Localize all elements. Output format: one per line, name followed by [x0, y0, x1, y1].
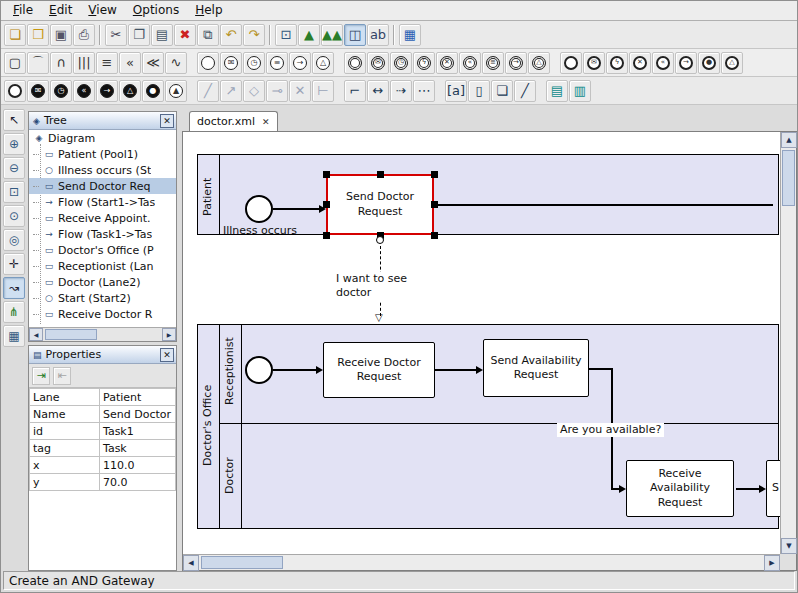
intermediate-multiple-tool[interactable]: △: [528, 52, 550, 74]
sequence-flow[interactable]: [435, 369, 476, 371]
start-message-tool[interactable]: ✉: [220, 52, 242, 74]
print-button[interactable]: ⎙: [73, 24, 95, 46]
undo-button[interactable]: ↶: [220, 24, 242, 46]
tree-item[interactable]: ▭ Patient (Pool1): [29, 146, 176, 162]
end-terminate-tool[interactable]: ●: [698, 52, 720, 74]
end-link-tool[interactable]: →: [675, 52, 697, 74]
association-edge-tool[interactable]: ↔: [367, 80, 389, 102]
tree-item[interactable]: ▭ Send Doctor Req: [29, 178, 176, 194]
elbow-edge-tool[interactable]: ⌐: [344, 80, 366, 102]
scroll-left-icon[interactable]: ◀: [183, 555, 199, 571]
find-tool[interactable]: ◎: [3, 229, 25, 251]
diagram-canvas[interactable]: Patient Illness occurs Send Doctor Reque…: [183, 132, 780, 554]
layout-auto-button[interactable]: ◫: [344, 24, 366, 46]
selection-handle[interactable]: [431, 201, 438, 208]
pool-arc-tool[interactable]: ⌒: [27, 52, 49, 74]
label-edit-button[interactable]: ab: [367, 24, 389, 46]
selection-handle[interactable]: [377, 171, 384, 178]
task-tool[interactable]: ▢: [4, 52, 26, 74]
tree-item[interactable]: ▭ Receive Appoint.: [29, 210, 176, 226]
canvas-horizontal-scrollbar[interactable]: ◀ ▶: [183, 554, 780, 570]
redo-button[interactable]: ↷: [243, 24, 265, 46]
selection-handle[interactable]: [323, 232, 330, 239]
hierarchy-tool[interactable]: ⋔: [3, 301, 25, 323]
intermediate-compensation-tool[interactable]: «: [459, 52, 481, 74]
property-value[interactable]: 70.0: [100, 474, 176, 491]
pan-tool[interactable]: ✛: [3, 253, 25, 275]
throw-compensation-tool[interactable]: «: [73, 80, 95, 102]
split-horizontal-tool[interactable]: ▤: [546, 80, 568, 102]
throw-signal-tool[interactable]: △: [119, 80, 141, 102]
adhoc-marker-tool[interactable]: ∿: [165, 52, 187, 74]
fit-page-button[interactable]: ⊡: [275, 24, 297, 46]
new-file-button[interactable]: ❏: [4, 24, 26, 46]
tree-item[interactable]: ▭ Receive Doctor R: [29, 306, 176, 322]
start-timer-tool[interactable]: ◷: [243, 52, 265, 74]
task-receive-availability-request[interactable]: Receive Availability Request: [626, 460, 734, 517]
end-multiple-tool[interactable]: △: [721, 52, 743, 74]
tree-item[interactable]: ○ Start (Start2): [29, 290, 176, 306]
tree-item[interactable]: ▭ Doctor (Lane2): [29, 274, 176, 290]
intermediate-timer-tool[interactable]: ◷: [390, 52, 412, 74]
message-flow-tool[interactable]: ⇢: [390, 80, 412, 102]
parallel-marker-tool[interactable]: |||: [73, 52, 95, 74]
edge-cross-tool[interactable]: ✕: [289, 80, 311, 102]
scroll-right-icon[interactable]: ▶: [764, 555, 780, 571]
throw-timer-tool[interactable]: ◷: [50, 80, 72, 102]
start-multiple-tool[interactable]: △: [312, 52, 334, 74]
grid-snap-tool[interactable]: ▦: [3, 325, 25, 347]
scroll-left-icon[interactable]: ◀: [29, 328, 43, 341]
start-event-receptionist[interactable]: [245, 356, 273, 384]
edge-diamond-tool[interactable]: ◇: [243, 80, 265, 102]
open-file-button[interactable]: ❒: [27, 24, 49, 46]
sequence-flow[interactable]: [589, 368, 613, 370]
tree-item[interactable]: → Flow (Task1->Tas: [29, 226, 176, 242]
selection-handle[interactable]: [431, 232, 438, 239]
intermediate-event-tool[interactable]: [344, 52, 366, 74]
tree-item[interactable]: ○ Illness occurs (St: [29, 162, 176, 178]
close-icon[interactable]: ✕: [160, 114, 174, 128]
task-send-availability-request[interactable]: Send Availability Request: [483, 339, 589, 397]
sequential-marker-tool[interactable]: ≡: [96, 52, 118, 74]
intermediate-message-tool[interactable]: ✉: [367, 52, 389, 74]
edge-circle-tool[interactable]: ⊸: [266, 80, 288, 102]
property-value[interactable]: Task1: [100, 423, 176, 440]
layout-tree-button[interactable]: ▲: [298, 24, 320, 46]
task-receive-doctor-request[interactable]: Receive Doctor Request: [323, 342, 435, 398]
line-tool[interactable]: ╱: [514, 80, 536, 102]
pool-patient[interactable]: [197, 154, 779, 235]
zoom-reset-tool[interactable]: ⊙: [3, 205, 25, 227]
selection-handle[interactable]: [323, 201, 330, 208]
tree-item[interactable]: ◈ Diagram: [29, 130, 176, 146]
canvas-vertical-scrollbar[interactable]: ▲ ▼: [780, 132, 796, 554]
start-event-illness[interactable]: [245, 195, 273, 223]
compensation-marker-tool[interactable]: «: [119, 52, 141, 74]
duplicate-button[interactable]: ⧉: [197, 24, 219, 46]
select-tool[interactable]: ↖: [3, 109, 25, 131]
revert-property-button[interactable]: ⇤: [53, 367, 71, 385]
property-value[interactable]: Send Doctor: [100, 406, 176, 423]
intermediate-rule-tool[interactable]: ≡: [482, 52, 504, 74]
edge-arrow-tool[interactable]: ↗: [220, 80, 242, 102]
menu-edit[interactable]: Edit: [41, 1, 80, 20]
cut-button[interactable]: ✂: [105, 24, 127, 46]
loop-tool[interactable]: ∩: [50, 52, 72, 74]
layout-forest-button[interactable]: ▲▲: [321, 24, 343, 46]
rewind-marker-tool[interactable]: ≪: [142, 52, 164, 74]
end-error-tool[interactable]: ϟ: [606, 52, 628, 74]
sequence-flow[interactable]: [436, 204, 773, 206]
apply-property-button[interactable]: ⇥: [32, 367, 50, 385]
paste-button[interactable]: ▤: [151, 24, 173, 46]
scrollbar-thumb[interactable]: [201, 556, 283, 569]
menu-file[interactable]: File: [5, 1, 41, 20]
tab-doctor-xml[interactable]: doctor.xml ✕: [189, 111, 278, 131]
text-annotation-tool[interactable]: [a]: [445, 80, 467, 102]
throw-link-tool[interactable]: →: [96, 80, 118, 102]
menu-help[interactable]: Help: [187, 1, 230, 20]
task-send-doctor-request[interactable]: Send Doctor Request: [326, 174, 434, 235]
end-compensation-tool[interactable]: «: [652, 52, 674, 74]
property-value[interactable]: Task: [100, 440, 176, 457]
end-cancel-tool[interactable]: ✕: [629, 52, 651, 74]
signal-start-tool[interactable]: ▲: [165, 80, 187, 102]
start-link-tool[interactable]: →: [289, 52, 311, 74]
